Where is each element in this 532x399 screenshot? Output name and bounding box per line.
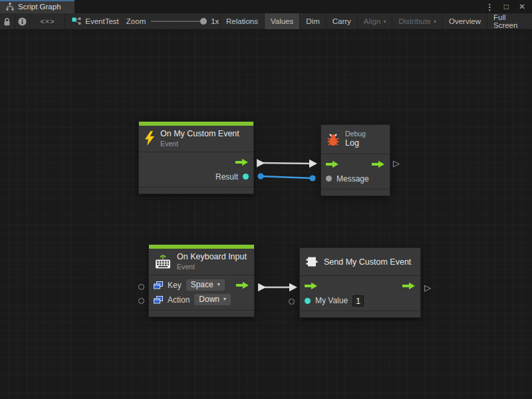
key-input-row: Key Space ▾ <box>149 278 254 293</box>
message-input-row: Message <box>321 172 390 186</box>
node-header[interactable]: Send My Custom Event <box>300 248 420 276</box>
enum-type-icon <box>154 296 163 304</box>
node-subtitle: Event <box>160 140 239 148</box>
window-menu-icon[interactable]: ⋮ <box>485 3 494 11</box>
node-title: On Keyboard Input <box>177 252 247 263</box>
close-icon[interactable]: ✕ <box>519 3 525 11</box>
tab-bar: Script Graph ⋮ □ ✕ <box>0 0 532 13</box>
lock-button[interactable] <box>0 13 15 29</box>
dim-button[interactable]: Dim <box>300 13 326 29</box>
zoom-label: Zoom <box>126 17 146 25</box>
enum-type-icon <box>154 281 163 289</box>
action-value-dropdown[interactable]: Down ▾ <box>194 294 231 305</box>
node-footer <box>321 190 390 196</box>
node-footer <box>139 188 253 194</box>
zoom-slider[interactable] <box>151 21 205 22</box>
node-category: Debug <box>345 130 366 138</box>
exec-output-port-icon[interactable] <box>236 281 249 289</box>
code-preview-button[interactable]: <×> <box>31 13 65 29</box>
window-controls: ⋮ □ ✕ <box>485 0 532 13</box>
message-input-port[interactable] <box>326 176 332 182</box>
chevron-down-icon: ▾ <box>223 296 226 303</box>
node-debug-log[interactable]: Debug Log Message <box>321 124 390 196</box>
info-icon <box>18 17 27 26</box>
tab-script-graph[interactable]: Script Graph <box>0 0 74 13</box>
exec-connection-keyboard-to-send[interactable] <box>258 283 297 292</box>
graph-reference[interactable]: EventTest <box>65 13 126 29</box>
action-value: Down <box>199 295 219 304</box>
carry-button[interactable]: Carry <box>327 13 358 29</box>
value-connection-result-to-message[interactable] <box>257 173 315 181</box>
node-header[interactable]: On My Custom Event Event <box>139 126 253 152</box>
distribute-dropdown[interactable]: Distribute ▾ <box>392 13 443 29</box>
my-value-outer-port[interactable] <box>289 299 295 305</box>
action-input-row: Action Down ▾ <box>149 293 254 307</box>
node-send-my-custom-event[interactable]: Send My Custom Event My Value 1 <box>299 247 421 318</box>
align-dropdown[interactable]: Align ▾ <box>358 13 393 29</box>
node-header[interactable]: On Keyboard Input Event <box>149 249 254 275</box>
exec-output-port-icon[interactable] <box>235 158 249 166</box>
graph-asset-icon <box>72 17 81 25</box>
overview-button[interactable]: Overview <box>443 13 487 29</box>
node-title: Send My Custom Event <box>324 257 411 267</box>
graph-toolbar: <×> EventTest Zoom 1x Relations Values D… <box>0 13 532 30</box>
info-button[interactable] <box>15 13 31 29</box>
bug-icon <box>327 132 340 146</box>
my-value-field[interactable]: 1 <box>352 295 364 307</box>
script-graph-window: Script Graph ⋮ □ ✕ <×> <box>0 0 532 399</box>
fullscreen-button[interactable]: Full Screen <box>487 13 532 29</box>
key-value-dropdown[interactable]: Space ▾ <box>186 279 225 291</box>
action-outer-port[interactable] <box>138 298 144 304</box>
node-title: On My Custom Event <box>160 129 239 140</box>
keyboard-icon <box>154 253 172 270</box>
result-output-port[interactable] <box>243 174 249 180</box>
align-label: Align <box>364 17 381 25</box>
distribute-label: Distribute <box>398 17 431 25</box>
my-value-input-row: My Value 1 <box>300 293 420 308</box>
message-port-label: Message <box>336 174 369 184</box>
zoom-control: Zoom 1x <box>126 13 220 29</box>
values-button[interactable]: Values <box>265 13 300 29</box>
result-output-row: Result <box>139 170 253 184</box>
exec-connection-customevent-to-log[interactable] <box>257 159 317 168</box>
zoom-value: 1x <box>211 17 219 25</box>
exec-output-row <box>139 155 253 170</box>
node-body: Result <box>139 152 253 188</box>
my-value-input-port[interactable] <box>305 298 311 304</box>
node-title: Log <box>345 138 366 149</box>
node-body: Key Space ▾ Action <box>149 275 254 311</box>
node-body: My Value 1 <box>300 276 420 311</box>
my-value-port-label: My Value <box>315 296 348 305</box>
exec-output-port-icon[interactable] <box>372 160 385 168</box>
relations-button[interactable]: Relations <box>220 13 265 29</box>
node-header[interactable]: Debug Log <box>321 125 390 154</box>
node-on-keyboard-input[interactable]: On Keyboard Input Event Key Space ▾ <box>148 244 255 317</box>
action-port-label: Action <box>168 295 190 305</box>
graph-name-label: EventTest <box>85 17 119 25</box>
key-outer-port[interactable] <box>138 284 144 290</box>
tab-title: Script Graph <box>18 3 61 11</box>
exec-row <box>321 157 390 172</box>
connections-layer <box>0 30 532 399</box>
flow-continue-icon[interactable]: ▷ <box>424 283 431 292</box>
node-footer <box>300 311 420 317</box>
node-subtitle: Event <box>177 263 247 271</box>
exec-input-port-icon[interactable] <box>326 160 339 168</box>
node-body: Message <box>321 154 390 190</box>
key-port-label: Key <box>168 281 182 290</box>
node-footer <box>149 311 254 317</box>
flow-continue-icon[interactable]: ▷ <box>393 159 400 168</box>
exec-row <box>300 279 420 293</box>
graph-canvas[interactable]: On My Custom Event Event Result <box>0 30 532 399</box>
lock-icon <box>3 17 11 26</box>
lightning-bolt-icon <box>144 131 155 146</box>
node-on-my-custom-event[interactable]: On My Custom Event Event Result <box>138 121 254 194</box>
chevron-down-icon: ▾ <box>434 19 436 25</box>
zoom-slider-handle[interactable] <box>200 18 207 25</box>
exec-output-port-icon[interactable] <box>402 282 416 290</box>
result-port-label: Result <box>215 172 238 182</box>
maximize-icon[interactable]: □ <box>504 3 509 11</box>
exec-input-port-icon[interactable] <box>305 282 318 290</box>
chevron-down-icon: ▾ <box>217 281 220 288</box>
key-value: Space <box>191 280 213 289</box>
